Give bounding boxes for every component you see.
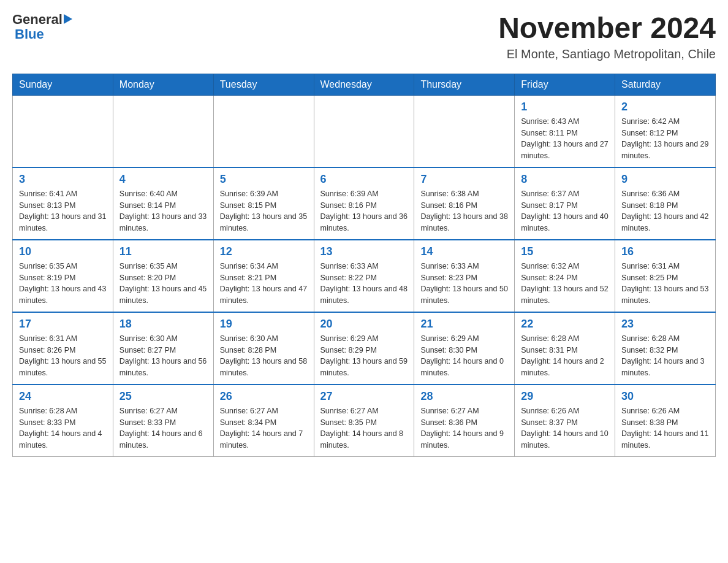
day-number: 28 (420, 390, 508, 403)
weekday-header-sunday: Sunday (13, 74, 113, 95)
day-number: 10 (19, 245, 107, 258)
day-number: 11 (119, 245, 207, 258)
day-info: Sunrise: 6:28 AMSunset: 8:32 PMDaylight:… (621, 333, 709, 379)
day-info: Sunrise: 6:39 AMSunset: 8:16 PMDaylight:… (320, 188, 408, 234)
week-row-4: 24Sunrise: 6:28 AMSunset: 8:33 PMDayligh… (13, 385, 716, 457)
day-info: Sunrise: 6:33 AMSunset: 8:23 PMDaylight:… (420, 261, 508, 307)
week-row-0: 1Sunrise: 6:43 AMSunset: 8:11 PMDaylight… (13, 95, 716, 167)
day-number: 1 (521, 101, 609, 113)
day-info: Sunrise: 6:33 AMSunset: 8:22 PMDaylight:… (320, 261, 408, 307)
day-info: Sunrise: 6:32 AMSunset: 8:24 PMDaylight:… (521, 261, 609, 307)
calendar-cell: 30Sunrise: 6:26 AMSunset: 8:38 PMDayligh… (615, 385, 716, 457)
weekday-header-row: SundayMondayTuesdayWednesdayThursdayFrid… (13, 74, 716, 95)
day-info: Sunrise: 6:30 AMSunset: 8:28 PMDaylight:… (220, 333, 308, 379)
calendar-cell: 16Sunrise: 6:31 AMSunset: 8:25 PMDayligh… (615, 240, 716, 312)
day-info: Sunrise: 6:37 AMSunset: 8:17 PMDaylight:… (521, 188, 609, 234)
calendar-cell (314, 95, 414, 167)
day-info: Sunrise: 6:42 AMSunset: 8:12 PMDaylight:… (621, 116, 709, 162)
day-info: Sunrise: 6:38 AMSunset: 8:16 PMDaylight:… (420, 188, 508, 234)
calendar-cell: 23Sunrise: 6:28 AMSunset: 8:32 PMDayligh… (615, 312, 716, 385)
day-info: Sunrise: 6:31 AMSunset: 8:25 PMDaylight:… (621, 261, 709, 307)
day-number: 25 (119, 390, 207, 403)
day-info: Sunrise: 6:29 AMSunset: 8:30 PMDaylight:… (420, 333, 508, 379)
page-header: General Blue November 2024 El Monte, San… (12, 12, 716, 61)
logo-general: General (12, 12, 63, 27)
svg-marker-0 (64, 14, 72, 24)
calendar-cell: 7Sunrise: 6:38 AMSunset: 8:16 PMDaylight… (414, 167, 515, 240)
weekday-header-saturday: Saturday (615, 74, 716, 95)
calendar-cell: 19Sunrise: 6:30 AMSunset: 8:28 PMDayligh… (213, 312, 314, 385)
calendar-cell: 15Sunrise: 6:32 AMSunset: 8:24 PMDayligh… (515, 240, 615, 312)
calendar-cell: 22Sunrise: 6:28 AMSunset: 8:31 PMDayligh… (515, 312, 615, 385)
calendar-cell: 14Sunrise: 6:33 AMSunset: 8:23 PMDayligh… (414, 240, 515, 312)
weekday-header-friday: Friday (515, 74, 615, 95)
calendar-cell (213, 95, 314, 167)
day-number: 13 (320, 245, 408, 258)
calendar-cell: 27Sunrise: 6:27 AMSunset: 8:35 PMDayligh… (314, 385, 414, 457)
day-number: 22 (521, 318, 609, 331)
calendar-cell: 6Sunrise: 6:39 AMSunset: 8:16 PMDaylight… (314, 167, 414, 240)
day-number: 9 (621, 173, 709, 186)
calendar-cell: 11Sunrise: 6:35 AMSunset: 8:20 PMDayligh… (113, 240, 213, 312)
day-number: 7 (420, 173, 508, 186)
day-info: Sunrise: 6:36 AMSunset: 8:18 PMDaylight:… (621, 188, 709, 234)
day-info: Sunrise: 6:35 AMSunset: 8:19 PMDaylight:… (19, 261, 107, 307)
day-info: Sunrise: 6:26 AMSunset: 8:38 PMDaylight:… (621, 405, 709, 451)
day-number: 3 (19, 173, 107, 186)
calendar-cell (113, 95, 213, 167)
calendar-cell: 21Sunrise: 6:29 AMSunset: 8:30 PMDayligh… (414, 312, 515, 385)
weekday-header-wednesday: Wednesday (314, 74, 414, 95)
calendar-cell: 24Sunrise: 6:28 AMSunset: 8:33 PMDayligh… (13, 385, 113, 457)
logo-arrow-icon (64, 13, 75, 25)
day-info: Sunrise: 6:28 AMSunset: 8:33 PMDaylight:… (19, 405, 107, 451)
calendar-cell: 28Sunrise: 6:27 AMSunset: 8:36 PMDayligh… (414, 385, 515, 457)
calendar-cell: 18Sunrise: 6:30 AMSunset: 8:27 PMDayligh… (113, 312, 213, 385)
day-number: 23 (621, 318, 709, 331)
day-info: Sunrise: 6:30 AMSunset: 8:27 PMDaylight:… (119, 333, 207, 379)
day-number: 19 (220, 318, 308, 331)
day-info: Sunrise: 6:39 AMSunset: 8:15 PMDaylight:… (220, 188, 308, 234)
day-info: Sunrise: 6:26 AMSunset: 8:37 PMDaylight:… (521, 405, 609, 451)
logo-blue: Blue (15, 26, 44, 42)
day-number: 20 (320, 318, 408, 331)
calendar-cell: 9Sunrise: 6:36 AMSunset: 8:18 PMDaylight… (615, 167, 716, 240)
calendar-cell: 2Sunrise: 6:42 AMSunset: 8:12 PMDaylight… (615, 95, 716, 167)
calendar-cell: 17Sunrise: 6:31 AMSunset: 8:26 PMDayligh… (13, 312, 113, 385)
calendar-cell (414, 95, 515, 167)
day-number: 26 (220, 390, 308, 403)
calendar-cell: 8Sunrise: 6:37 AMSunset: 8:17 PMDaylight… (515, 167, 615, 240)
day-info: Sunrise: 6:27 AMSunset: 8:36 PMDaylight:… (420, 405, 508, 451)
day-info: Sunrise: 6:41 AMSunset: 8:13 PMDaylight:… (19, 188, 107, 234)
calendar-cell: 29Sunrise: 6:26 AMSunset: 8:37 PMDayligh… (515, 385, 615, 457)
calendar-cell: 5Sunrise: 6:39 AMSunset: 8:15 PMDaylight… (213, 167, 314, 240)
calendar-cell: 20Sunrise: 6:29 AMSunset: 8:29 PMDayligh… (314, 312, 414, 385)
calendar-table: SundayMondayTuesdayWednesdayThursdayFrid… (12, 74, 716, 457)
calendar-cell: 26Sunrise: 6:27 AMSunset: 8:34 PMDayligh… (213, 385, 314, 457)
calendar-cell: 1Sunrise: 6:43 AMSunset: 8:11 PMDaylight… (515, 95, 615, 167)
day-number: 17 (19, 318, 107, 331)
calendar-cell: 10Sunrise: 6:35 AMSunset: 8:19 PMDayligh… (13, 240, 113, 312)
calendar-cell: 12Sunrise: 6:34 AMSunset: 8:21 PMDayligh… (213, 240, 314, 312)
calendar-cell: 13Sunrise: 6:33 AMSunset: 8:22 PMDayligh… (314, 240, 414, 312)
day-number: 24 (19, 390, 107, 403)
day-number: 16 (621, 245, 709, 258)
day-number: 21 (420, 318, 508, 331)
day-number: 12 (220, 245, 308, 258)
calendar-cell: 25Sunrise: 6:27 AMSunset: 8:33 PMDayligh… (113, 385, 213, 457)
day-number: 4 (119, 173, 207, 186)
week-row-2: 10Sunrise: 6:35 AMSunset: 8:19 PMDayligh… (13, 240, 716, 312)
day-info: Sunrise: 6:40 AMSunset: 8:14 PMDaylight:… (119, 188, 207, 234)
day-info: Sunrise: 6:29 AMSunset: 8:29 PMDaylight:… (320, 333, 408, 379)
day-number: 6 (320, 173, 408, 186)
location-title: El Monte, Santiago Metropolitan, Chile (498, 47, 716, 61)
day-number: 5 (220, 173, 308, 186)
weekday-header-thursday: Thursday (414, 74, 515, 95)
title-section: November 2024 El Monte, Santiago Metropo… (498, 12, 716, 61)
day-number: 8 (521, 173, 609, 186)
weekday-header-monday: Monday (113, 74, 213, 95)
day-number: 14 (420, 245, 508, 258)
day-info: Sunrise: 6:31 AMSunset: 8:26 PMDaylight:… (19, 333, 107, 379)
weekday-header-tuesday: Tuesday (213, 74, 314, 95)
day-number: 30 (621, 390, 709, 403)
calendar-cell: 3Sunrise: 6:41 AMSunset: 8:13 PMDaylight… (13, 167, 113, 240)
